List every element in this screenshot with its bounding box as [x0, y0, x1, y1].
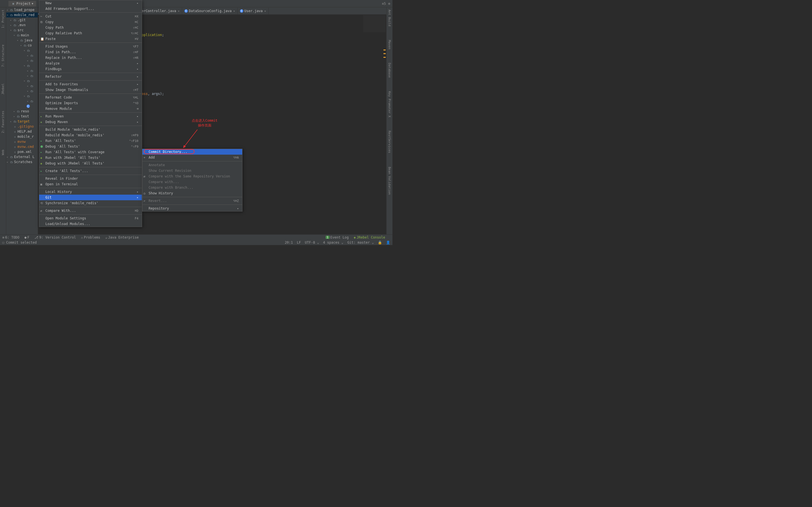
close-icon[interactable]: × [234, 10, 235, 13]
tool-jrebel[interactable]: JRebel [1, 82, 5, 96]
tool-web[interactable]: Web [1, 149, 5, 156]
tree-item[interactable]: ▸🗀 [6, 53, 38, 58]
close-icon[interactable]: × [178, 10, 180, 13]
javaee-tool[interactable]: ☕ Java Enterprise [105, 235, 139, 239]
encoding[interactable]: UTF-8 ⌄ [305, 240, 319, 244]
menu-item[interactable]: ✂Cut⌘X [39, 13, 142, 19]
tool-project[interactable]: 1: Project [1, 8, 5, 29]
tree-item[interactable]: ▸🗀Scratches [6, 159, 38, 165]
menu-item[interactable]: Reveal in Finder [39, 176, 142, 181]
inspector-icon[interactable]: 👤 [386, 240, 390, 244]
tree-item[interactable]: ▫mvnw [6, 139, 38, 144]
tree-item[interactable]: ▸🗀 [6, 89, 38, 94]
indent[interactable]: 4 spaces ⌄ [323, 240, 343, 244]
tree-item[interactable]: ▸🗀 [6, 83, 38, 89]
tool-favorites[interactable]: 2: Favorites [1, 110, 5, 134]
line-separator[interactable]: LF [297, 240, 301, 244]
project-dropdown[interactable]: ▣ Project ▼ [8, 1, 36, 6]
editor-tab[interactable]: CUser.java× [238, 8, 269, 14]
tree-item[interactable]: ▸🗀External L [6, 154, 38, 159]
menu-item[interactable]: +Add⌥⌘A [142, 155, 242, 160]
settings-icon[interactable]: ⚙ [388, 2, 390, 6]
menu-item[interactable]: 📋Paste⌘V [39, 36, 142, 42]
tool-keypromoter[interactable]: Key Promoter X [388, 90, 391, 119]
event-log[interactable]: 1 Event Log [326, 235, 349, 239]
tree-item[interactable]: C [6, 104, 38, 109]
menu-item[interactable]: Optimize Imports⌃⌥O [39, 100, 142, 106]
menu-item[interactable]: Copy Path⇧⌘C [39, 25, 142, 31]
tool-structure[interactable]: 7: Structure [1, 43, 5, 68]
problems-tool[interactable]: ⚠ Problems [81, 235, 100, 239]
menu-item[interactable]: Add to Favorites▸ [39, 81, 142, 87]
menu-item[interactable]: ⟲Synchronize 'mobile_redis' [39, 200, 142, 206]
menu-item[interactable]: ✚Debug Maven▸ [39, 119, 142, 125]
menu-item[interactable]: Find in Path...⇧⌘F [39, 49, 142, 55]
tree-item[interactable]: ▸🗀 [6, 99, 38, 104]
menu-item[interactable]: Refactor▸ [39, 74, 142, 79]
cursor-position[interactable]: 20:1 [285, 240, 293, 244]
tool-database[interactable]: Database [388, 62, 391, 79]
unknown-tool[interactable]: ● F [24, 235, 29, 239]
editor-tab[interactable]: CDataSourceConfig.java× [182, 8, 238, 14]
menu-item[interactable]: ◈Run with JRebel 'All Tests' [39, 155, 142, 161]
project-tree[interactable]: ▸🗀load_prope▾🗀mobile_red▸🗀.git▸🗀.mvn▾🗀sr… [6, 7, 38, 235]
tree-item[interactable]: ▾🗀 [6, 48, 38, 53]
menu-item[interactable]: ▸Run 'All Tests' with Coverage [39, 149, 142, 155]
tree-item[interactable]: ▫pom.xml [6, 149, 38, 154]
menu-item[interactable]: Add Framework Support... [39, 6, 142, 11]
menu-item[interactable]: Open Module SettingsF4 [39, 216, 142, 221]
tree-item[interactable]: ▾🗀 [6, 78, 38, 83]
menu-item[interactable]: ▣Open in Terminal [39, 181, 142, 187]
menu-item[interactable]: Replace in Path...⇧⌘R [39, 55, 142, 61]
menu-item[interactable]: ▸Run Maven▸ [39, 114, 142, 119]
menu-item[interactable]: Local History▸ [39, 189, 142, 194]
menu-item[interactable]: ⇄Compare With...⌘D [39, 208, 142, 214]
vcs-tool[interactable]: ⎇ 9: Version Control [35, 235, 76, 239]
menu-item[interactable]: Load/Unload Modules... [39, 221, 142, 227]
menu-item[interactable]: ⧉Copy⌘C [39, 19, 142, 25]
todo-tool[interactable]: ≡ 6: TODO [2, 235, 19, 239]
git-branch[interactable]: Git: master ⌄ [347, 240, 374, 244]
tree-item[interactable]: ▾🗀src [6, 27, 38, 33]
tree-item[interactable]: ▸🗀 [6, 58, 38, 63]
context-menu-git[interactable]: ✓Commit Directory...+Add⌥⌘AAnnotateShow … [142, 149, 243, 212]
menu-item[interactable]: Repository▸ [142, 206, 242, 211]
tree-item[interactable]: ▸🗀.git [6, 17, 38, 22]
tree-item[interactable]: ▫mobile_r [6, 134, 38, 139]
menu-item[interactable]: ▸Create 'All Tests'... [39, 168, 142, 174]
tree-item[interactable]: ▫HELP.md [6, 129, 38, 134]
menu-item[interactable]: ◷Show History [142, 190, 242, 196]
tool-beanvalidation[interactable]: Bean Validation [388, 166, 391, 196]
tool-restservices[interactable]: RestServices [388, 129, 391, 154]
menu-item[interactable]: ◈Debug with JRebel 'All Tests' [39, 161, 142, 166]
menu-item[interactable]: New▸ [39, 0, 142, 6]
tree-item[interactable]: ▾🗀main [6, 33, 38, 38]
tree-item[interactable]: ▸🗀target [6, 119, 38, 124]
tool-maven[interactable]: Maven [388, 39, 391, 50]
menu-item[interactable]: Git▸ [39, 194, 142, 200]
menu-item[interactable]: Remove Module⌫ [39, 106, 142, 112]
tree-item[interactable]: ▾🗀 [6, 94, 38, 99]
context-menu-main[interactable]: New▸Add Framework Support...✂Cut⌘X⧉Copy⌘… [39, 0, 142, 227]
tree-item[interactable]: ▸🗀.mvn [6, 22, 38, 27]
tool-ant[interactable]: Ant Build [388, 8, 391, 27]
tree-item[interactable]: ▸🗀reso [6, 109, 38, 114]
menu-item[interactable]: Analyze▸ [39, 61, 142, 66]
tree-item[interactable]: ▫.gitigno [6, 124, 38, 129]
menu-item[interactable]: Find Usages⌥F7 [39, 44, 142, 49]
close-icon[interactable]: × [264, 10, 266, 13]
tree-item[interactable]: ▸🗀 [6, 68, 38, 73]
tree-item[interactable]: ▸🗀load_prope [6, 7, 38, 12]
menu-item[interactable]: Build Module 'mobile_redis' [39, 127, 142, 132]
menu-item[interactable]: ⬢Debug 'All Tests'⌃⇧F9 [39, 144, 142, 149]
lock-icon[interactable]: 🔒 [378, 240, 382, 244]
tree-item[interactable]: ▸🗀 [6, 73, 38, 78]
menu-item[interactable]: Show Image Thumbnails⇧⌘T [39, 87, 142, 93]
tree-item[interactable]: ▸🗀test [6, 114, 38, 119]
jrebel-console[interactable]: ◈ JRebel Console [354, 235, 385, 239]
menu-item[interactable]: ▸Run 'All Tests'⌃⇧F10 [39, 138, 142, 144]
tree-item[interactable]: ▾🗀 [6, 63, 38, 68]
menu-item[interactable]: Rebuild Module 'mobile_redis'⇧⌘F9 [39, 132, 142, 138]
menu-item[interactable]: FindBugs▸ [39, 66, 142, 72]
tree-item[interactable]: ▾🗀co [6, 43, 38, 48]
